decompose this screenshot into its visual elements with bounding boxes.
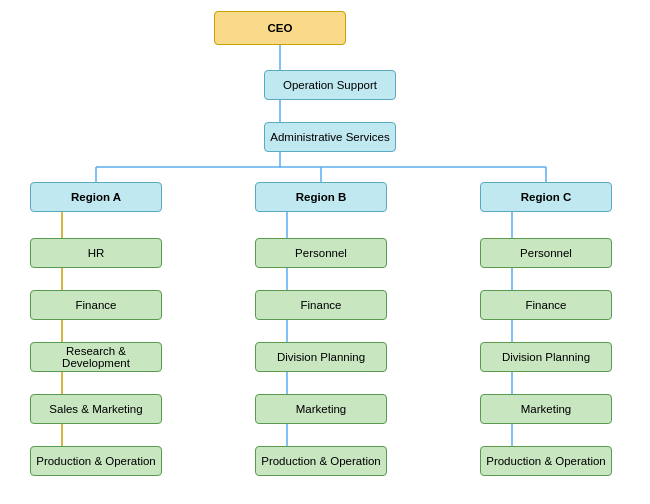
- admin-services-label: Administrative Services: [270, 131, 390, 143]
- c-personnel-node: Personnel: [480, 238, 612, 268]
- c-po-node: Production & Operation: [480, 446, 612, 476]
- b-marketing-node: Marketing: [255, 394, 387, 424]
- region-a-node: Region A: [30, 182, 162, 212]
- a-finance-label: Finance: [76, 299, 117, 311]
- region-c-label: Region C: [521, 191, 571, 203]
- b-finance-label: Finance: [301, 299, 342, 311]
- c-dp-node: Division Planning: [480, 342, 612, 372]
- region-a-label: Region A: [71, 191, 121, 203]
- admin-services-node: Administrative Services: [264, 122, 396, 152]
- a-hr-label: HR: [88, 247, 105, 259]
- ceo-label: CEO: [268, 22, 293, 34]
- region-c-node: Region C: [480, 182, 612, 212]
- a-finance-node: Finance: [30, 290, 162, 320]
- region-b-label: Region B: [296, 191, 346, 203]
- c-finance-label: Finance: [526, 299, 567, 311]
- c-po-label: Production & Operation: [486, 455, 606, 467]
- b-dp-label: Division Planning: [277, 351, 365, 363]
- b-personnel-label: Personnel: [295, 247, 347, 259]
- b-finance-node: Finance: [255, 290, 387, 320]
- region-b-node: Region B: [255, 182, 387, 212]
- b-marketing-label: Marketing: [296, 403, 347, 415]
- a-hr-node: HR: [30, 238, 162, 268]
- c-marketing-node: Marketing: [480, 394, 612, 424]
- a-po-node: Production & Operation: [30, 446, 162, 476]
- b-dp-node: Division Planning: [255, 342, 387, 372]
- a-sm-label: Sales & Marketing: [49, 403, 142, 415]
- c-dp-label: Division Planning: [502, 351, 590, 363]
- c-personnel-label: Personnel: [520, 247, 572, 259]
- op-support-label: Operation Support: [283, 79, 377, 91]
- a-rd-label: Research & Development: [35, 345, 157, 369]
- op-support-node: Operation Support: [264, 70, 396, 100]
- b-po-node: Production & Operation: [255, 446, 387, 476]
- a-po-label: Production & Operation: [36, 455, 156, 467]
- ceo-node: CEO: [214, 11, 346, 45]
- b-po-label: Production & Operation: [261, 455, 381, 467]
- c-marketing-label: Marketing: [521, 403, 572, 415]
- a-sm-node: Sales & Marketing: [30, 394, 162, 424]
- org-chart: CEO Operation Support Administrative Ser…: [0, 0, 650, 504]
- c-finance-node: Finance: [480, 290, 612, 320]
- b-personnel-node: Personnel: [255, 238, 387, 268]
- a-rd-node: Research & Development: [30, 342, 162, 372]
